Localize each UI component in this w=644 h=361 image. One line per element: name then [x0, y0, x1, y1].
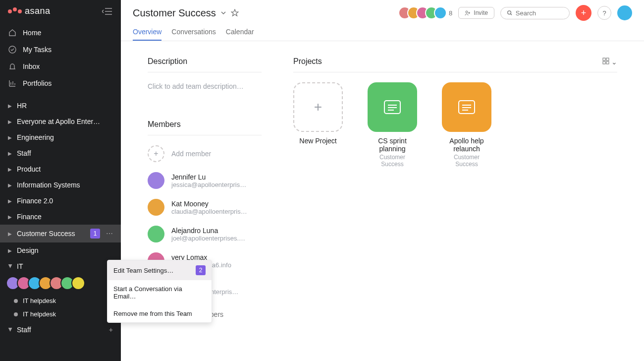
view-toggle[interactable]: ⌄	[602, 58, 617, 66]
sidebar-team-info-systems[interactable]: ▶Information Systems	[0, 177, 121, 193]
menu-remove-me[interactable]: Remove me from this Team	[107, 305, 212, 322]
tab-conversations[interactable]: Conversations	[171, 24, 216, 41]
new-project-card[interactable]: + New Project	[293, 82, 343, 168]
header: Customer Success 8 Invite + ? Overview C…	[121, 0, 644, 41]
project-card-team: Customer Success	[368, 154, 417, 168]
menu-edit-team-settings[interactable]: Edit Team Settings…2	[107, 260, 212, 280]
sidebar-team-product[interactable]: ▶Product	[0, 161, 121, 177]
star-icon[interactable]	[231, 9, 239, 17]
team-label: Product	[17, 165, 41, 173]
team-more-icon[interactable]: ⋯	[106, 230, 113, 238]
members-heading: Members	[148, 120, 262, 135]
sidebar-team-finance2[interactable]: ▶Finance 2.0	[0, 193, 121, 209]
profile-avatar[interactable]	[617, 5, 632, 20]
logo[interactable]: asana	[8, 6, 51, 16]
project-dot-icon	[14, 312, 18, 316]
chevron-right-icon: ▶	[8, 135, 13, 140]
svg-rect-6	[606, 61, 609, 64]
menu-label: Start a Conversation via Email…	[113, 285, 206, 300]
collapse-sidebar-icon[interactable]	[102, 7, 113, 16]
project-card-cs-sprint[interactable]: CS sprint planning Customer Success	[368, 82, 417, 168]
avatar	[148, 172, 164, 189]
member-row[interactable]: Jennifer Lujessica@apolloenterpris…	[148, 172, 262, 189]
team-label: Engineering	[17, 133, 54, 141]
sidebar-team-customer-success[interactable]: ▶Customer Success1⋯	[0, 225, 121, 242]
project-label: IT helpdesk	[23, 297, 56, 304]
check-circle-icon	[8, 45, 17, 54]
project-card-team: Customer Success	[442, 154, 491, 168]
sidebar-team-design[interactable]: ▶Design	[0, 242, 121, 258]
nav-label: My Tasks	[23, 46, 52, 54]
chevron-right-icon: ▶	[8, 167, 13, 172]
team-label: HR	[17, 102, 27, 110]
svg-rect-3	[603, 58, 605, 60]
add-member-row[interactable]: + Add member	[148, 145, 262, 162]
avatar	[148, 199, 164, 216]
teams-list: ▶HR ▶Everyone at Apollo Enter… ▶Engineer…	[0, 98, 121, 361]
member-email: joel@apolloenterprises.…	[171, 235, 245, 242]
description-heading: Description	[148, 57, 262, 72]
sidebar-team-finance[interactable]: ▶Finance	[0, 209, 121, 225]
svg-rect-5	[603, 61, 605, 64]
chevron-right-icon: ▶	[8, 151, 13, 156]
page-title: Customer Success	[133, 7, 216, 19]
sidebar-team-engineering[interactable]: ▶Engineering	[0, 129, 121, 145]
nav-inbox[interactable]: Inbox	[0, 58, 121, 75]
team-label: Design	[17, 246, 39, 254]
add-icon[interactable]: +	[109, 326, 113, 334]
nav-home[interactable]: Home	[0, 24, 121, 41]
menu-start-conversation[interactable]: Start a Conversation via Email…	[107, 280, 212, 305]
global-add-button[interactable]: +	[576, 5, 591, 21]
menu-label: Edit Team Settings…	[113, 267, 173, 274]
help-button[interactable]: ?	[597, 6, 611, 20]
sidebar-section-staff[interactable]: ▶Staff+	[0, 321, 121, 339]
menu-label: Remove me from this Team	[113, 310, 192, 317]
project-card-label: New Project	[293, 137, 343, 145]
bell-icon	[8, 62, 17, 71]
search-box[interactable]	[500, 7, 570, 19]
sidebar-project-it-helpdesk[interactable]: IT helpdesk	[0, 294, 121, 307]
team-label: Customer Success	[17, 230, 75, 238]
projects-heading: Projects	[293, 57, 322, 66]
sidebar-project-it-helpdesk-2[interactable]: IT helpdesk🔒	[0, 307, 121, 321]
description-input[interactable]: Click to add team description…	[148, 82, 262, 90]
annotation-badge: 1	[90, 229, 100, 239]
team-label: IT	[17, 262, 23, 270]
annotation-badge: 2	[196, 265, 206, 275]
team-avatar-stack[interactable]: 8	[398, 6, 452, 19]
chevron-right-icon: ▶	[8, 248, 13, 253]
project-label: IT helpdesk	[23, 310, 56, 318]
sidebar-team-staff[interactable]: ▶Staff	[0, 145, 121, 161]
chevron-down-icon: ⌄	[611, 58, 617, 66]
member-email: claudia@apolloenterpris…	[171, 208, 247, 215]
project-card-apollo-help[interactable]: Apollo help relaunch Customer Success	[442, 82, 491, 168]
sidebar-team-everyone[interactable]: ▶Everyone at Apollo Enter…	[0, 114, 121, 129]
add-member-icon[interactable]: +	[148, 145, 164, 162]
nav-my-tasks[interactable]: My Tasks	[0, 41, 121, 58]
tab-overview[interactable]: Overview	[133, 24, 161, 41]
member-row[interactable]: Alejandro Lunajoel@apolloenterprises.…	[148, 226, 262, 242]
member-row[interactable]: Kat Mooneyclaudia@apolloenterpris…	[148, 199, 262, 216]
team-context-menu: Edit Team Settings…2 Start a Conversatio…	[107, 260, 212, 323]
nav-label: Portfolios	[23, 79, 52, 87]
sidebar-team-hr[interactable]: ▶HR	[0, 98, 121, 114]
nav-label: Home	[23, 29, 41, 37]
svg-point-0	[9, 46, 16, 53]
team-avatars	[0, 274, 121, 294]
team-label: Finance	[17, 213, 42, 221]
svg-point-1	[466, 11, 468, 13]
search-input[interactable]	[516, 9, 563, 17]
tab-calendar[interactable]: Calendar	[226, 24, 254, 41]
list-icon	[384, 100, 401, 114]
chevron-right-icon: ▶	[8, 231, 13, 237]
project-card-label: CS sprint planning	[368, 137, 417, 153]
member-name: Jennifer Lu	[171, 173, 246, 181]
nav-portfolios[interactable]: Portfolios	[0, 75, 121, 92]
member-email: jessica@apolloenterpris…	[171, 181, 246, 188]
chevron-right-icon: ▶	[8, 214, 13, 220]
list-icon	[458, 100, 475, 114]
logo-text: asana	[25, 6, 51, 16]
invite-button[interactable]: Invite	[458, 7, 494, 19]
sidebar-team-it[interactable]: ▶IT	[0, 258, 121, 274]
chevron-down-icon[interactable]	[220, 9, 227, 16]
